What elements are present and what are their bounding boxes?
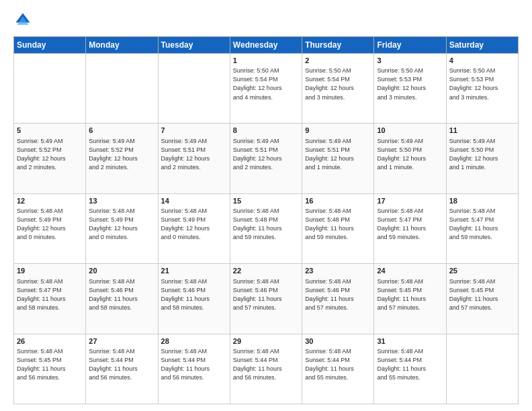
calendar-cell: 26Sunrise: 5:48 AM Sunset: 5:45 PM Dayli… xyxy=(14,334,86,404)
cell-content: Sunrise: 5:48 AM Sunset: 5:49 PM Dayligh… xyxy=(161,207,227,242)
day-number: 16 xyxy=(305,196,371,206)
day-number: 23 xyxy=(305,266,371,276)
cell-content: Sunrise: 5:48 AM Sunset: 5:46 PM Dayligh… xyxy=(161,277,227,312)
day-number: 4 xyxy=(449,56,515,66)
cell-content: Sunrise: 5:49 AM Sunset: 5:50 PM Dayligh… xyxy=(377,137,443,172)
calendar-day-header: Wednesday xyxy=(230,37,302,54)
cell-content: Sunrise: 5:48 AM Sunset: 5:46 PM Dayligh… xyxy=(89,277,154,312)
day-number: 20 xyxy=(89,266,154,276)
calendar-cell: 21Sunrise: 5:48 AM Sunset: 5:46 PM Dayli… xyxy=(158,264,230,334)
header xyxy=(13,11,519,30)
cell-content: Sunrise: 5:50 AM Sunset: 5:54 PM Dayligh… xyxy=(305,66,371,101)
cell-content: Sunrise: 5:49 AM Sunset: 5:52 PM Dayligh… xyxy=(17,137,83,172)
calendar-cell: 28Sunrise: 5:48 AM Sunset: 5:44 PM Dayli… xyxy=(158,334,230,404)
day-number: 13 xyxy=(89,196,154,206)
day-number: 21 xyxy=(161,266,227,276)
calendar-week-row: 1Sunrise: 5:50 AM Sunset: 5:54 PM Daylig… xyxy=(14,54,519,124)
calendar-cell xyxy=(158,54,230,124)
calendar-week-row: 5Sunrise: 5:49 AM Sunset: 5:52 PM Daylig… xyxy=(14,124,519,193)
calendar-cell: 12Sunrise: 5:48 AM Sunset: 5:49 PM Dayli… xyxy=(14,193,86,263)
cell-content: Sunrise: 5:50 AM Sunset: 5:54 PM Dayligh… xyxy=(233,66,299,101)
calendar-cell: 24Sunrise: 5:48 AM Sunset: 5:45 PM Dayli… xyxy=(374,264,446,334)
cell-content: Sunrise: 5:48 AM Sunset: 5:45 PM Dayligh… xyxy=(377,277,443,312)
day-number: 31 xyxy=(377,336,443,347)
calendar-week-row: 26Sunrise: 5:48 AM Sunset: 5:45 PM Dayli… xyxy=(14,334,519,404)
cell-content: Sunrise: 5:48 AM Sunset: 5:47 PM Dayligh… xyxy=(17,277,83,312)
cell-content: Sunrise: 5:49 AM Sunset: 5:51 PM Dayligh… xyxy=(161,137,227,172)
calendar-cell: 22Sunrise: 5:48 AM Sunset: 5:46 PM Dayli… xyxy=(230,264,302,334)
calendar-day-header: Thursday xyxy=(302,37,374,54)
calendar-cell: 8Sunrise: 5:49 AM Sunset: 5:51 PM Daylig… xyxy=(230,124,302,193)
day-number: 18 xyxy=(449,196,515,206)
calendar-table: SundayMondayTuesdayWednesdayThursdayFrid… xyxy=(13,36,519,404)
day-number: 9 xyxy=(305,126,371,136)
cell-content: Sunrise: 5:48 AM Sunset: 5:44 PM Dayligh… xyxy=(377,347,443,382)
calendar-day-header: Sunday xyxy=(14,37,86,54)
calendar-cell: 1Sunrise: 5:50 AM Sunset: 5:54 PM Daylig… xyxy=(230,54,302,124)
cell-content: Sunrise: 5:49 AM Sunset: 5:51 PM Dayligh… xyxy=(233,137,299,172)
day-number: 3 xyxy=(377,56,443,66)
cell-content: Sunrise: 5:50 AM Sunset: 5:53 PM Dayligh… xyxy=(449,66,515,101)
calendar-cell: 10Sunrise: 5:49 AM Sunset: 5:50 PM Dayli… xyxy=(374,124,446,193)
cell-content: Sunrise: 5:48 AM Sunset: 5:48 PM Dayligh… xyxy=(233,207,299,242)
calendar-cell: 31Sunrise: 5:48 AM Sunset: 5:44 PM Dayli… xyxy=(374,334,446,404)
day-number: 17 xyxy=(377,196,443,206)
cell-content: Sunrise: 5:48 AM Sunset: 5:47 PM Dayligh… xyxy=(377,207,443,242)
calendar-cell: 30Sunrise: 5:48 AM Sunset: 5:44 PM Dayli… xyxy=(302,334,374,404)
calendar-cell: 18Sunrise: 5:48 AM Sunset: 5:47 PM Dayli… xyxy=(446,193,518,263)
day-number: 7 xyxy=(161,126,227,136)
day-number: 10 xyxy=(377,126,443,136)
calendar-cell: 13Sunrise: 5:48 AM Sunset: 5:49 PM Dayli… xyxy=(86,193,158,263)
calendar-cell: 23Sunrise: 5:48 AM Sunset: 5:46 PM Dayli… xyxy=(302,264,374,334)
cell-content: Sunrise: 5:48 AM Sunset: 5:49 PM Dayligh… xyxy=(89,207,154,242)
day-number: 30 xyxy=(305,336,371,347)
calendar-cell: 19Sunrise: 5:48 AM Sunset: 5:47 PM Dayli… xyxy=(14,264,86,334)
cell-content: Sunrise: 5:48 AM Sunset: 5:44 PM Dayligh… xyxy=(233,347,299,382)
calendar-week-row: 19Sunrise: 5:48 AM Sunset: 5:47 PM Dayli… xyxy=(14,264,519,334)
logo xyxy=(13,11,35,30)
calendar-cell: 16Sunrise: 5:48 AM Sunset: 5:48 PM Dayli… xyxy=(302,193,374,263)
calendar-cell: 3Sunrise: 5:50 AM Sunset: 5:53 PM Daylig… xyxy=(374,54,446,124)
calendar-cell: 6Sunrise: 5:49 AM Sunset: 5:52 PM Daylig… xyxy=(86,124,158,193)
cell-content: Sunrise: 5:48 AM Sunset: 5:44 PM Dayligh… xyxy=(89,347,154,382)
calendar-day-header: Friday xyxy=(374,37,446,54)
cell-content: Sunrise: 5:48 AM Sunset: 5:45 PM Dayligh… xyxy=(17,347,83,382)
cell-content: Sunrise: 5:48 AM Sunset: 5:46 PM Dayligh… xyxy=(305,277,371,312)
cell-content: Sunrise: 5:48 AM Sunset: 5:48 PM Dayligh… xyxy=(305,207,371,242)
day-number: 24 xyxy=(377,266,443,276)
day-number: 28 xyxy=(161,336,227,347)
calendar-cell: 7Sunrise: 5:49 AM Sunset: 5:51 PM Daylig… xyxy=(158,124,230,193)
day-number: 27 xyxy=(89,336,154,347)
calendar-cell: 2Sunrise: 5:50 AM Sunset: 5:54 PM Daylig… xyxy=(302,54,374,124)
cell-content: Sunrise: 5:48 AM Sunset: 5:49 PM Dayligh… xyxy=(17,207,83,242)
calendar-cell xyxy=(14,54,86,124)
calendar-cell: 9Sunrise: 5:49 AM Sunset: 5:51 PM Daylig… xyxy=(302,124,374,193)
calendar-header-row: SundayMondayTuesdayWednesdayThursdayFrid… xyxy=(14,37,519,54)
day-number: 8 xyxy=(233,126,299,136)
calendar-cell: 20Sunrise: 5:48 AM Sunset: 5:46 PM Dayli… xyxy=(86,264,158,334)
day-number: 29 xyxy=(233,336,299,347)
cell-content: Sunrise: 5:48 AM Sunset: 5:46 PM Dayligh… xyxy=(233,277,299,312)
day-number: 19 xyxy=(17,266,83,276)
page: SundayMondayTuesdayWednesdayThursdayFrid… xyxy=(0,0,532,411)
calendar-cell: 4Sunrise: 5:50 AM Sunset: 5:53 PM Daylig… xyxy=(446,54,518,124)
calendar-cell: 27Sunrise: 5:48 AM Sunset: 5:44 PM Dayli… xyxy=(86,334,158,404)
day-number: 2 xyxy=(305,56,371,66)
cell-content: Sunrise: 5:49 AM Sunset: 5:51 PM Dayligh… xyxy=(305,137,371,172)
calendar-cell: 5Sunrise: 5:49 AM Sunset: 5:52 PM Daylig… xyxy=(14,124,86,193)
cell-content: Sunrise: 5:48 AM Sunset: 5:47 PM Dayligh… xyxy=(449,207,515,242)
cell-content: Sunrise: 5:48 AM Sunset: 5:44 PM Dayligh… xyxy=(161,347,227,382)
calendar-cell: 25Sunrise: 5:48 AM Sunset: 5:45 PM Dayli… xyxy=(446,264,518,334)
calendar-cell xyxy=(446,334,518,404)
day-number: 12 xyxy=(17,196,83,206)
day-number: 25 xyxy=(449,266,515,276)
day-number: 1 xyxy=(233,56,299,66)
calendar-cell xyxy=(86,54,158,124)
day-number: 5 xyxy=(17,126,83,136)
calendar-day-header: Monday xyxy=(86,37,158,54)
calendar-cell: 17Sunrise: 5:48 AM Sunset: 5:47 PM Dayli… xyxy=(374,193,446,263)
cell-content: Sunrise: 5:48 AM Sunset: 5:45 PM Dayligh… xyxy=(449,277,515,312)
calendar-cell: 15Sunrise: 5:48 AM Sunset: 5:48 PM Dayli… xyxy=(230,193,302,263)
calendar-cell: 11Sunrise: 5:49 AM Sunset: 5:50 PM Dayli… xyxy=(446,124,518,193)
day-number: 11 xyxy=(449,126,515,136)
